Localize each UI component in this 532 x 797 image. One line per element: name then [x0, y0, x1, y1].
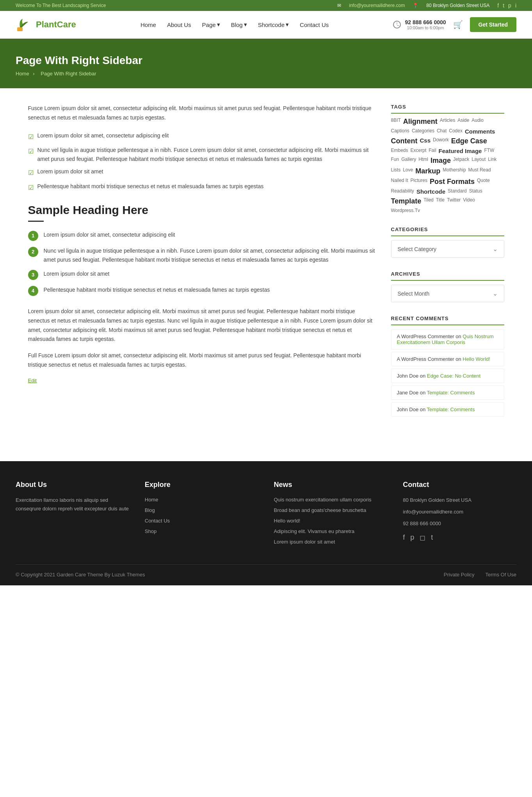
footer-news-link-1[interactable]: Quis nostrum exercitationem ullam corpor… — [274, 497, 372, 503]
recent-comment-link-1[interactable]: Quis Nostrum Exercitationem Ullam Corpor… — [397, 333, 494, 345]
footer-news-link-5[interactable]: Lorem ipsum dolor sit amet — [274, 539, 335, 545]
tag-html[interactable]: Html — [418, 157, 428, 165]
tag-tiled[interactable]: Tiled — [423, 197, 434, 205]
footer-privacy-link[interactable]: Private Policy — [444, 572, 475, 578]
pinterest-icon[interactable]: p — [508, 2, 511, 9]
cart-icon[interactable]: 🛒 — [453, 20, 463, 29]
tag-css[interactable]: Css — [420, 137, 431, 145]
tag-link[interactable]: Link — [488, 157, 496, 165]
tag-title[interactable]: Title — [436, 197, 445, 205]
checklist-item: ☑ Lorem ipsum dolor sit amet — [28, 167, 375, 178]
twitter-icon[interactable]: t — [503, 2, 504, 9]
footer-pinterest-icon[interactable]: p — [410, 533, 414, 542]
footer-link-home[interactable]: Home — [145, 497, 158, 503]
tag-status[interactable]: Status — [469, 188, 482, 195]
tag-jetpack[interactable]: Jetpack — [453, 157, 469, 165]
check-icon: ☑ — [28, 132, 34, 142]
footer-link-shop[interactable]: Shop — [145, 528, 157, 534]
footer-twitter-icon[interactable]: t — [431, 533, 433, 542]
tag-love[interactable]: Love — [403, 167, 413, 175]
breadcrumb-current: Page With Right Sidebar — [41, 71, 96, 77]
tag-must-read[interactable]: Must Read — [468, 167, 491, 175]
footer-link-blog[interactable]: Blog — [145, 507, 155, 513]
nav-blog[interactable]: Blog ▾ — [231, 21, 247, 28]
tag-standard[interactable]: Standard — [448, 188, 467, 195]
tag-mothership[interactable]: Mothership — [443, 167, 466, 175]
archives-dropdown[interactable]: Select Month ⌄ — [391, 285, 504, 302]
archives-dropdown-arrow: ⌄ — [493, 290, 498, 297]
footer-news-1: Quis nostrum exercitationem ullam corpor… — [274, 496, 388, 503]
recent-comment-link-3[interactable]: Edge Case: No Content — [427, 373, 480, 379]
footer-explore: Explore Home Blog Contact Us Shop — [145, 481, 258, 549]
tag-captions[interactable]: Captions — [391, 128, 409, 135]
tag-post-formats[interactable]: Post Formats — [430, 178, 475, 186]
footer-terms-link[interactable]: Terms Of Use — [486, 572, 516, 578]
categories-dropdown[interactable]: Select Category ⌄ — [391, 240, 504, 258]
tag-template[interactable]: Template — [391, 197, 422, 205]
tag-alignment[interactable]: Alignment — [403, 118, 438, 126]
footer-explore-links: Home Blog Contact Us Shop — [145, 496, 258, 534]
footer-about-title: About Us — [16, 481, 129, 489]
recent-comment-link-4[interactable]: Template: Comments — [427, 390, 475, 396]
recent-comment-3[interactable]: John Doe on Edge Case: No Content — [391, 369, 504, 383]
footer-facebook-icon[interactable]: f — [403, 533, 405, 542]
breadcrumb-home[interactable]: Home — [16, 71, 29, 77]
footer-news-link-4[interactable]: Adipiscing elit. Vivamus eu pharetra — [274, 528, 354, 534]
recent-comment-2[interactable]: A WordPress Commenter on Hello World! — [391, 352, 504, 366]
tag-shortcode[interactable]: Shortcode — [416, 188, 445, 195]
recent-comment-4[interactable]: Jane Doe on Template: Comments — [391, 385, 504, 400]
tag-quote[interactable]: Quote — [477, 178, 490, 186]
top-bar-email[interactable]: info@youremailidhere.com — [349, 3, 405, 8]
tag-fail[interactable]: Fail — [429, 148, 436, 154]
facebook-icon[interactable]: f — [497, 2, 499, 9]
tag-aside[interactable]: Aside — [457, 118, 469, 126]
tag-articles[interactable]: Articles — [440, 118, 455, 126]
footer-news-5: Lorem ipsum dolor sit amet — [274, 538, 388, 545]
tag-edge-case[interactable]: Edge Case — [451, 137, 487, 145]
tag-lists[interactable]: Lists — [391, 167, 401, 175]
nav-shortcode[interactable]: Shortcode ▾ — [258, 21, 289, 28]
footer-instagram-icon[interactable]: ◻ — [420, 533, 425, 542]
tag-gallery[interactable]: Gallery — [401, 157, 416, 165]
tag-categories[interactable]: Categories — [412, 128, 434, 135]
recent-comment-5[interactable]: John Doe on Template: Comments — [391, 402, 504, 417]
instagram-icon[interactable]: i — [515, 2, 516, 9]
footer-link-contact[interactable]: Contact Us — [145, 518, 170, 524]
logo-icon — [16, 16, 32, 33]
tag-nailed-it[interactable]: Nailed It — [391, 178, 408, 186]
tag-codex[interactable]: Codex — [449, 128, 463, 135]
footer-news-link-3[interactable]: Hello world! — [274, 518, 301, 524]
tag-featured-image[interactable]: Featured Image — [439, 148, 482, 154]
tag-twitter[interactable]: Twitter — [447, 197, 461, 205]
nav-contact[interactable]: Contact Us — [300, 21, 329, 28]
tag-ftw[interactable]: FTW — [484, 148, 494, 154]
tag-embeds[interactable]: Embeds — [391, 148, 408, 154]
tag-layout[interactable]: Layout — [472, 157, 486, 165]
tag-8bit[interactable]: 8BIT — [391, 118, 401, 126]
logo-text: PlantCare — [36, 20, 76, 30]
tag-pictures[interactable]: Pictures — [411, 178, 427, 186]
recent-comment-link-5[interactable]: Template: Comments — [427, 407, 475, 412]
recent-comment-link-2[interactable]: Hello World! — [463, 356, 490, 362]
tag-chat[interactable]: Chat — [437, 128, 447, 135]
tag-audio[interactable]: Audio — [472, 118, 484, 126]
recent-comment-1[interactable]: A WordPress Commenter on Quis Nostrum Ex… — [391, 329, 504, 349]
tag-markup[interactable]: Markup — [415, 167, 440, 175]
nav-about[interactable]: About Us — [167, 21, 191, 28]
edit-link[interactable]: Edit — [28, 378, 37, 383]
nav-home[interactable]: Home — [141, 21, 156, 28]
tag-excerpt[interactable]: Excerpt — [411, 148, 427, 154]
tag-video[interactable]: Video — [463, 197, 475, 205]
tag-dowork[interactable]: Dowork — [433, 137, 449, 145]
tag-content[interactable]: Content — [391, 137, 418, 145]
tag-wordpress-tv[interactable]: Wordpress.Tv — [391, 208, 420, 213]
main-nav: Home About Us Page ▾ Blog ▾ Shortcode ▾ … — [141, 21, 329, 28]
tag-image[interactable]: Image — [431, 157, 451, 165]
tag-fun[interactable]: Fun — [391, 157, 399, 165]
nav-page[interactable]: Page ▾ — [202, 21, 220, 28]
footer-news-link-2[interactable]: Broad bean and goats'cheese bruschetta — [274, 507, 367, 513]
tag-readability[interactable]: Readability — [391, 188, 414, 195]
logo[interactable]: PlantCare — [16, 16, 76, 33]
get-started-button[interactable]: Get Started — [470, 17, 516, 32]
tag-comments[interactable]: Comments — [465, 128, 495, 135]
